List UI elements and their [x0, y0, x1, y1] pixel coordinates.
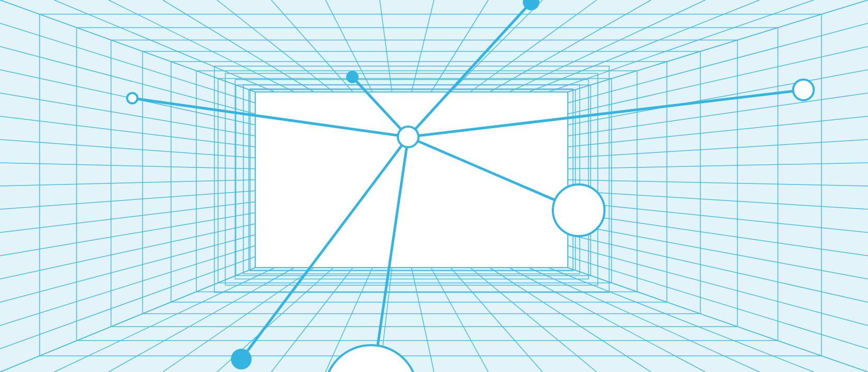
network-node-4 [553, 184, 605, 236]
network-node-3 [793, 80, 814, 100]
network-node-1 [347, 72, 358, 82]
perspective-network-diagram [0, 0, 868, 372]
network-node-2 [524, 0, 538, 9]
network-hub [398, 127, 419, 147]
inner-plane [255, 92, 568, 268]
network-node-0 [127, 93, 137, 103]
network-node-6 [232, 350, 251, 368]
